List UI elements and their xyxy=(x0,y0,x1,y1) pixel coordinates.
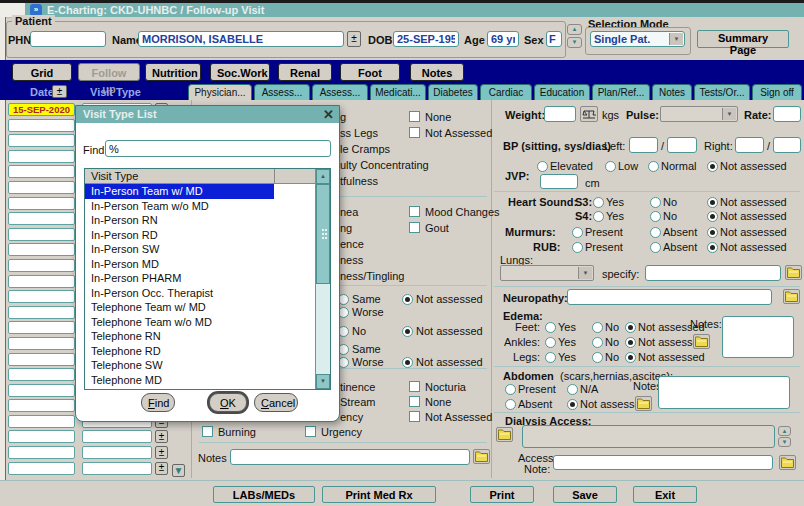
age-input[interactable] xyxy=(487,31,519,47)
nutrition-button[interactable]: Nutrition xyxy=(145,63,201,81)
name-input[interactable] xyxy=(138,31,344,47)
not-assessed-radio[interactable] xyxy=(402,326,413,337)
not-assessed-checkbox[interactable] xyxy=(409,127,420,138)
lungs-specify-input[interactable] xyxy=(645,265,781,281)
not-assessed-radio[interactable] xyxy=(402,294,413,305)
visit-type-lov-button[interactable]: ± xyxy=(155,430,168,443)
murmurs-not-assessed-radio[interactable] xyxy=(707,227,718,238)
date-cell[interactable] xyxy=(8,337,75,350)
rub-not-assessed-radio[interactable] xyxy=(707,242,718,253)
dialysis-access-editor-button[interactable] xyxy=(496,427,513,442)
list-scrollbar[interactable]: ▲ ▼ xyxy=(315,169,330,389)
grid-scroll-down-button[interactable]: ▼ xyxy=(172,464,185,477)
not-assessed-checkbox[interactable] xyxy=(409,411,420,422)
date-cell[interactable] xyxy=(8,462,75,475)
date-cell[interactable] xyxy=(8,212,75,225)
symptoms-notes-input[interactable] xyxy=(230,449,470,465)
phn-input[interactable] xyxy=(30,31,106,47)
lungs-editor-button[interactable] xyxy=(785,265,802,280)
abdomen-na-radio[interactable] xyxy=(567,384,578,395)
chevron-down-icon[interactable]: ▼ xyxy=(578,267,592,279)
weight-input[interactable] xyxy=(544,106,576,122)
jvp-cm-input[interactable] xyxy=(540,174,578,189)
date-cell[interactable] xyxy=(8,119,75,132)
visit-type-option[interactable]: In-Person PHARM xyxy=(85,271,315,286)
tab-assess-2[interactable]: Assess... xyxy=(312,84,368,100)
visit-type-option[interactable]: In-Person Occ. Therapist xyxy=(85,286,315,301)
visit-type-lov-button[interactable]: ± xyxy=(155,462,168,475)
selection-mode-dropdown[interactable]: Single Pat. ▼ xyxy=(590,31,685,47)
tab-notes[interactable]: Notes xyxy=(652,84,692,100)
date-cell[interactable] xyxy=(8,321,75,334)
date-cell[interactable] xyxy=(8,181,75,194)
urgency-checkbox[interactable] xyxy=(305,426,316,437)
none-checkbox[interactable] xyxy=(409,396,420,407)
s4-yes-radio[interactable] xyxy=(593,211,604,222)
neuropathy-editor-button[interactable] xyxy=(783,289,800,304)
symptoms-notes-editor-button[interactable] xyxy=(473,449,490,464)
abdomen-notes-editor-button[interactable] xyxy=(635,396,652,411)
legs-not-assessed-radio[interactable] xyxy=(625,352,636,363)
follow-up-button[interactable]: Follow up xyxy=(78,63,140,81)
date-cell[interactable]: 15-SEP-2020 xyxy=(8,103,75,116)
ok-button[interactable]: OK xyxy=(209,393,247,412)
sex-input[interactable] xyxy=(546,31,562,47)
date-cell[interactable] xyxy=(8,275,75,288)
pulse-dropdown[interactable]: ▼ xyxy=(660,106,738,122)
record-up-button[interactable]: ▲ xyxy=(567,24,582,35)
visit-type-option[interactable]: In-Person SW xyxy=(85,242,315,257)
visit-type-option[interactable]: Telephone SW xyxy=(85,358,315,373)
date-cell[interactable] xyxy=(8,165,75,178)
exit-button[interactable]: Exit xyxy=(633,486,697,503)
murmurs-absent-radio[interactable] xyxy=(650,227,661,238)
access-note-editor-button[interactable] xyxy=(779,455,796,470)
bp-right-dias-input[interactable] xyxy=(773,137,801,153)
visit-type-cell[interactable] xyxy=(82,462,152,475)
legs-no-radio[interactable] xyxy=(592,352,603,363)
date-cell[interactable] xyxy=(8,134,75,147)
neuropathy-input[interactable] xyxy=(567,289,772,305)
tab-physician[interactable]: Physician... xyxy=(188,84,252,100)
date-sort-lov-button[interactable]: ± xyxy=(52,85,67,98)
foot-button[interactable]: Foot xyxy=(340,63,400,81)
rate-input[interactable] xyxy=(773,106,801,122)
none-checkbox[interactable] xyxy=(409,111,420,122)
legs-yes-radio[interactable] xyxy=(545,352,556,363)
visit-type-cell[interactable] xyxy=(82,446,152,459)
visit-type-option[interactable]: In-Person Team w/ MD xyxy=(85,184,274,199)
burning-checkbox[interactable] xyxy=(202,426,213,437)
s4-no-radio[interactable] xyxy=(650,211,661,222)
date-cell[interactable] xyxy=(8,150,75,163)
edema-notes-editor-button[interactable] xyxy=(693,334,710,349)
weight-scale-button[interactable] xyxy=(580,106,598,122)
dialysis-access-textarea[interactable] xyxy=(522,425,775,448)
jvp-normal-radio[interactable] xyxy=(648,161,659,172)
rub-present-radio[interactable] xyxy=(572,242,583,253)
s3-yes-radio[interactable] xyxy=(593,197,604,208)
bp-left-sys-input[interactable] xyxy=(629,137,658,153)
visit-type-option[interactable]: In-Person RD xyxy=(85,228,315,243)
cancel-button[interactable]: Cancel xyxy=(254,393,298,412)
feet-yes-radio[interactable] xyxy=(545,322,556,333)
date-cell[interactable] xyxy=(8,290,75,303)
visit-type-option[interactable]: Telephone Team w/o MD xyxy=(85,315,315,330)
find-input[interactable] xyxy=(105,140,331,157)
ankles-yes-radio[interactable] xyxy=(545,337,556,348)
bp-right-sys-input[interactable] xyxy=(735,137,764,153)
notes-button[interactable]: Notes xyxy=(410,63,464,81)
record-down-button[interactable]: ▼ xyxy=(567,37,582,48)
tab-tests-orders[interactable]: Tests/Or... xyxy=(694,84,750,100)
print-med-rx-change-button[interactable]: Print Med Rx Change xyxy=(322,486,436,503)
chevron-down-icon[interactable]: ▼ xyxy=(669,33,683,45)
visit-type-cell[interactable] xyxy=(82,430,152,443)
save-button[interactable]: Save xyxy=(553,486,617,503)
visit-type-option[interactable]: Telephone MD xyxy=(85,373,315,388)
date-cell[interactable] xyxy=(8,430,75,443)
date-cell[interactable] xyxy=(8,446,75,459)
date-cell[interactable] xyxy=(8,306,75,319)
edema-notes-textarea[interactable] xyxy=(722,316,794,358)
ankles-not-assessed-radio[interactable] xyxy=(625,337,636,348)
tab-diabetes[interactable]: Diabetes xyxy=(428,84,478,100)
dialysis-scroll-down-button[interactable]: ▼ xyxy=(778,437,791,447)
find-button[interactable]: Find xyxy=(141,393,175,412)
